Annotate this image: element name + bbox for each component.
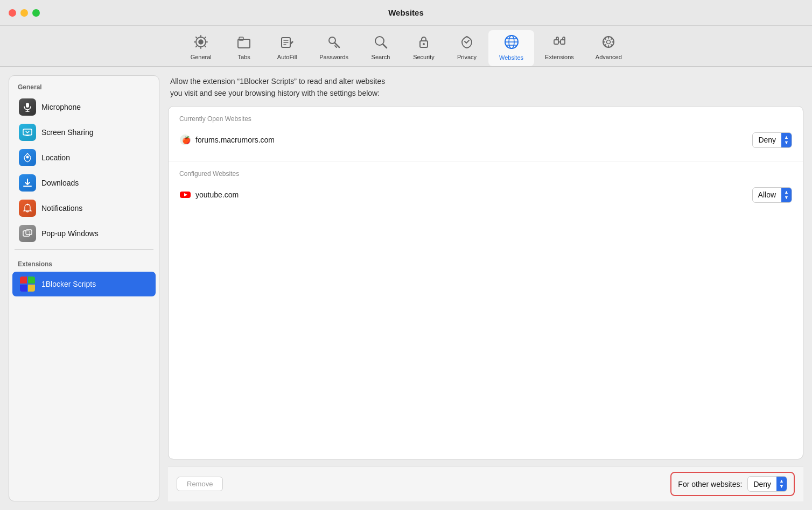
toolbar-item-websites[interactable]: Websites [488,30,534,66]
content-description: Allow the extension “1Blocker Scripts” t… [168,75,803,100]
youtube-favicon [179,189,191,201]
svg-text:🍎: 🍎 [182,136,191,145]
toolbar: General Tabs AutoFill [0,26,812,67]
other-websites-section: For other websites: Deny ▲ ▼ [670,472,795,496]
toolbar-item-search[interactable]: Search [359,31,402,66]
privacy-icon [460,35,474,51]
toolbar-item-extensions[interactable]: Extensions [534,31,585,66]
general-icon [194,35,208,51]
bottom-bar: Remove For other websites: Deny ▲ ▼ [168,466,803,501]
configured-label: Configured Websites [179,170,792,178]
svg-point-24 [607,40,611,44]
sidebar-item-popup-windows[interactable]: Pop-up Windows [12,221,156,246]
other-websites-select[interactable]: Deny ▲ ▼ [747,476,787,492]
downloads-icon [19,174,36,192]
svg-line-13 [383,45,387,48]
minimize-button[interactable] [20,9,28,17]
youtube-permission-arrow[interactable]: ▲ ▼ [781,188,792,202]
svg-rect-35 [26,230,32,235]
toolbar-item-autofill[interactable]: AutoFill [265,31,309,66]
svg-rect-22 [561,40,565,44]
svg-line-11 [335,46,337,47]
titlebar: Websites [0,0,812,26]
currently-open-section: Currently Open Websites 🍎 forums.macrumo… [169,107,803,161]
macrumors-name: forums.macrumors.com [195,136,752,144]
sidebar-notifications-label: Notifications [41,204,82,212]
other-websites-arrow[interactable]: ▲ ▼ [776,477,787,491]
popup-icon [19,225,36,242]
autofill-icon [280,35,294,51]
general-label: General [191,54,212,60]
sidebar-item-notifications[interactable]: Notifications [12,196,156,221]
sidebar-item-screen-sharing[interactable]: Screen Sharing [12,120,156,145]
content-area: Allow the extension “1Blocker Scripts” t… [168,75,803,501]
sidebar-screen-sharing-label: Screen Sharing [41,128,94,137]
sidebar-item-microphone[interactable]: Microphone [12,95,156,119]
websites-label: Websites [499,54,523,61]
macrumors-permission-label: Deny [753,133,781,146]
remove-button[interactable]: Remove [177,477,223,491]
other-websites-label: For other websites: [678,480,742,488]
svg-rect-21 [554,40,558,44]
sidebar-extensions-label: Extensions [9,253,159,271]
sidebar-divider [15,249,153,250]
currently-open-label: Currently Open Websites [179,115,792,123]
sidebar-item-1blocker[interactable]: 1Blocker Scripts [12,272,156,296]
toolbar-item-security[interactable]: Security [402,31,445,66]
extensions-icon [552,35,566,51]
toolbar-item-advanced[interactable]: Advanced [585,31,633,66]
sidebar-item-downloads[interactable]: Downloads [12,171,156,195]
sidebar: General Microphone [9,75,159,501]
macrumors-permission-select[interactable]: Deny ▲ ▼ [752,132,792,148]
passwords-label: Passwords [319,54,348,60]
website-row-youtube: youtube.com Allow ▲ ▼ [179,183,792,207]
sidebar-1blocker-label: 1Blocker Scripts [41,280,96,288]
search-label: Search [372,54,390,60]
notifications-icon [19,200,36,217]
macrumors-favicon: 🍎 [179,134,191,146]
youtube-name: youtube.com [195,190,752,199]
toolbar-item-general[interactable]: General [179,31,222,66]
svg-point-12 [375,37,384,45]
svg-rect-28 [23,129,32,135]
tabs-icon [237,35,251,51]
youtube-permission-label: Allow [753,188,781,201]
sidebar-microphone-label: Microphone [41,103,81,111]
screen-sharing-icon [19,124,36,141]
maximize-button[interactable] [32,9,40,17]
location-icon [19,149,36,166]
1blocker-icon [19,275,36,293]
configured-section: Configured Websites youtube.com Allow ▲ [169,161,803,216]
other-websites-value: Deny [748,478,776,491]
websites-icon [504,34,519,52]
content-panel: Currently Open Websites 🍎 forums.macrumo… [168,106,803,459]
sidebar-item-location[interactable]: Location [12,145,156,170]
svg-rect-25 [26,103,29,108]
window-title: Websites [388,8,424,17]
sidebar-downloads-label: Downloads [41,179,79,187]
advanced-label: Advanced [596,54,622,60]
main-area: General Microphone [0,67,812,510]
extensions-label: Extensions [545,54,574,60]
svg-point-33 [27,204,29,206]
youtube-permission-select[interactable]: Allow ▲ ▼ [752,187,792,203]
toolbar-item-tabs[interactable]: Tabs [222,31,265,66]
close-button[interactable] [9,9,16,17]
autofill-label: AutoFill [277,54,297,60]
svg-point-15 [423,43,425,45]
security-label: Security [413,54,435,60]
macrumors-permission-arrow[interactable]: ▲ ▼ [781,133,792,147]
advanced-icon [601,35,615,51]
toolbar-item-privacy[interactable]: Privacy [445,31,488,66]
tabs-label: Tabs [238,54,250,60]
search-icon [374,35,388,51]
privacy-label: Privacy [457,54,477,60]
window-controls [9,9,40,17]
toolbar-item-passwords[interactable]: Passwords [309,31,359,66]
1blocker-cube [20,277,35,292]
microphone-icon [19,98,36,116]
svg-point-31 [26,156,29,159]
security-icon [417,35,431,51]
website-row-macrumors: 🍎 forums.macrumors.com Deny ▲ ▼ [179,128,792,152]
sidebar-popup-label: Pop-up Windows [41,229,99,238]
